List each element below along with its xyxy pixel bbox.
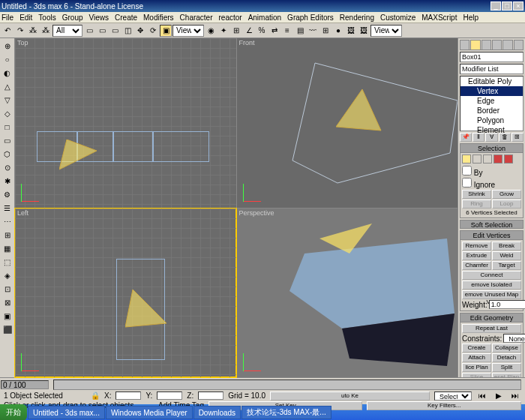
loop-button[interactable]: Loop (492, 200, 521, 208)
tool-icon[interactable]: ○ (2, 53, 14, 65)
mirror-button[interactable]: ⇄ (268, 25, 280, 37)
remove-button[interactable]: Remove (462, 242, 491, 250)
menu-help[interactable]: Help (463, 14, 478, 22)
render-view-dropdown[interactable]: View (370, 25, 402, 37)
chamfer-button[interactable]: Chamfer (462, 261, 491, 270)
break-button[interactable]: Break (492, 242, 521, 250)
task-item[interactable]: 技术论坛-3ds MAX-最... (242, 406, 332, 419)
tab-hierarchy[interactable] (482, 40, 491, 50)
repeat-last-button[interactable]: Repeat Last (462, 324, 521, 333)
tool-icon[interactable]: ⬚ (2, 256, 14, 268)
redo-button[interactable]: ↷ (14, 25, 26, 37)
y-spinner[interactable] (157, 392, 182, 400)
rollout-selection[interactable]: Selection (460, 144, 523, 153)
play-button[interactable]: ▶ (493, 390, 505, 402)
attach-button[interactable]: Attach (462, 353, 491, 362)
maximize-button[interactable]: □ (502, 2, 512, 10)
modifier-list-dropdown[interactable]: Modifier List (460, 64, 524, 74)
subobj-element-button[interactable] (504, 154, 513, 164)
modifier-stack[interactable]: Editable Poly Vertex Edge Border Polygon… (460, 76, 524, 131)
tool-icon[interactable]: ▭ (2, 134, 14, 146)
tool-icon[interactable]: ⋯ (2, 215, 14, 227)
stack-vertex[interactable]: Vertex (460, 86, 523, 96)
tool-icon[interactable]: ⊠ (2, 296, 14, 308)
x-spinner[interactable] (116, 392, 141, 400)
tool-icon[interactable]: ◐ (2, 67, 14, 79)
stack-border[interactable]: Border (460, 106, 523, 116)
tab-motion[interactable] (492, 40, 502, 50)
subobj-edge-button[interactable] (472, 154, 482, 164)
subobj-vertex-button[interactable] (462, 154, 471, 164)
layers-button[interactable]: ▤ (294, 25, 306, 37)
task-item[interactable]: Windows Media Player (106, 406, 193, 419)
connect-button[interactable]: Connect (462, 271, 521, 280)
viewport-front[interactable]: Front (237, 38, 458, 208)
tab-display[interactable] (502, 40, 512, 50)
window-crossing-button[interactable]: ◫ (122, 25, 134, 37)
curve-editor-button[interactable]: 〰 (307, 25, 319, 37)
create-button[interactable]: Create (462, 344, 491, 352)
ref-coord-dropdown[interactable]: View (172, 25, 204, 37)
ring-button[interactable]: Ring (462, 200, 491, 208)
rotate-button[interactable]: ⟳ (147, 25, 159, 37)
show-result-button[interactable]: Ⅱ (472, 133, 484, 142)
auto-key-button[interactable]: uto Ke (270, 392, 430, 400)
ignore-checkbox[interactable] (462, 178, 472, 188)
tool-icon[interactable]: △ (2, 80, 14, 92)
menu-file[interactable]: File (2, 14, 14, 22)
menu-grapheditors[interactable]: Graph Editors (287, 14, 334, 22)
tool-icon[interactable]: ⊡ (2, 283, 14, 295)
menu-views[interactable]: Views (89, 14, 110, 22)
tool-icon[interactable]: □ (2, 121, 14, 133)
tool-icon[interactable]: ⬛ (2, 323, 14, 335)
angle-snap-button[interactable]: ∠ (243, 25, 255, 37)
task-item[interactable]: Downloads (194, 406, 241, 419)
tool-icon[interactable]: ▽ (2, 94, 14, 106)
weld-button[interactable]: Weld (492, 251, 521, 260)
pin-stack-button[interactable]: 📌 (460, 133, 472, 142)
minimize-button[interactable]: _ (490, 2, 501, 10)
collapse-button[interactable]: Collapse (492, 344, 521, 352)
target-weld-button[interactable]: Target Weld (492, 261, 521, 270)
stack-edge[interactable]: Edge (460, 96, 523, 106)
align-button[interactable]: ≡ (281, 25, 293, 37)
menu-maxscript[interactable]: MAXScript (422, 14, 457, 22)
tool-icon[interactable]: ⚙ (2, 188, 14, 200)
reset-plane-button[interactable]: eset Plan (492, 373, 521, 377)
move-button[interactable]: ✥ (134, 25, 146, 37)
tool-icon[interactable]: ◈ (2, 269, 14, 281)
select-button[interactable]: ▭ (83, 25, 95, 37)
schematic-button[interactable]: ⊞ (320, 25, 332, 37)
menu-modifiers[interactable]: Modifiers (143, 14, 174, 22)
undo-button[interactable]: ↶ (2, 25, 14, 37)
tool-icon[interactable]: ⬡ (2, 148, 14, 160)
menu-tools[interactable]: Tools (38, 14, 56, 22)
play-prev-button[interactable]: ⏮ (476, 390, 488, 402)
weight-spinner[interactable] (489, 300, 525, 309)
link-button[interactable]: ⁂ (27, 25, 39, 37)
tool-icon[interactable]: ✱ (2, 175, 14, 187)
tool-icon[interactable]: ⊞ (2, 229, 14, 241)
viewport-perspective[interactable]: Perspective (237, 208, 458, 378)
render-scene-button[interactable]: 🖼 (345, 25, 357, 37)
menu-customize[interactable]: Customize (380, 14, 416, 22)
rollout-edit-geometry[interactable]: Edit Geometry (460, 314, 523, 322)
scale-button[interactable]: ▣ (160, 25, 172, 37)
key-mode-dropdown[interactable]: Selected (434, 392, 472, 400)
viewport-left[interactable]: Left (15, 208, 236, 378)
task-item[interactable]: Untitled - 3ds max... (28, 406, 105, 419)
rollout-soft-selection[interactable]: Soft Selection (460, 220, 524, 229)
menu-rendering[interactable]: Rendering (340, 14, 374, 22)
percent-snap-button[interactable]: % (256, 25, 268, 37)
stack-polygon[interactable]: Polygon (460, 116, 523, 125)
key-filters-button[interactable]: Key Filters... (367, 401, 521, 410)
menu-group[interactable]: Group (62, 14, 83, 22)
select-name-button[interactable]: ▭ (96, 25, 108, 37)
grow-button[interactable]: Grow (492, 190, 521, 199)
tab-modify[interactable] (470, 40, 480, 50)
detach-button[interactable]: Detach (492, 353, 521, 362)
menu-animation[interactable]: Animation (248, 14, 281, 22)
unique-button[interactable]: ∀ (485, 133, 497, 142)
tool-icon[interactable]: ☰ (2, 202, 14, 214)
menu-reactor[interactable]: reactor (219, 14, 242, 22)
